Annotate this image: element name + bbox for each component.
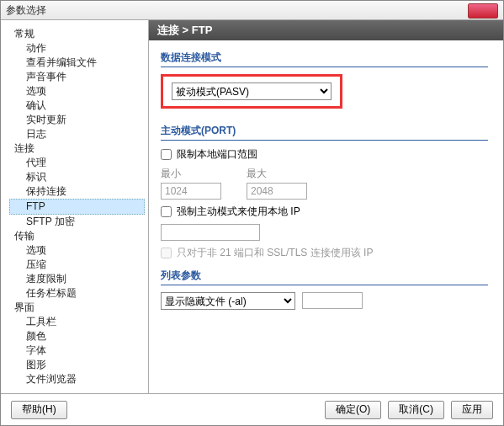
force-ip-checkbox[interactable] bbox=[161, 206, 172, 217]
section-list-params-title: 列表参数 bbox=[161, 269, 488, 285]
sidebar-item-9[interactable]: 代理 bbox=[9, 156, 145, 170]
limit-port-checkbox[interactable] bbox=[161, 149, 172, 160]
sidebar-item-24[interactable]: 文件浏览器 bbox=[9, 372, 145, 386]
sidebar-item-22[interactable]: 字体 bbox=[9, 343, 145, 358]
local-ip-input[interactable] bbox=[161, 224, 260, 241]
sidebar-item-7[interactable]: 日志 bbox=[9, 127, 145, 141]
data-mode-select[interactable]: 被动模式(PASV) bbox=[172, 83, 332, 100]
sidebar-item-1[interactable]: 动作 bbox=[9, 41, 145, 56]
sidebar-item-5[interactable]: 确认 bbox=[9, 99, 145, 113]
sidebar-item-3[interactable]: 声音事件 bbox=[9, 70, 145, 84]
ssl-only-label: 只对于非 21 端口和 SSL/TLS 连接使用该 IP bbox=[177, 246, 373, 260]
window-title: 参数选择 bbox=[6, 3, 46, 18]
force-ip-label: 强制主动模式来使用本地 IP bbox=[177, 205, 300, 219]
footer: 帮助(H) 确定(O) 取消(C) 应用 bbox=[1, 393, 503, 425]
sidebar-item-6[interactable]: 实时更新 bbox=[9, 113, 145, 127]
max-port-input[interactable] bbox=[247, 183, 307, 200]
min-port-input[interactable] bbox=[161, 183, 221, 200]
close-icon[interactable] bbox=[468, 3, 498, 19]
ssl-only-checkbox[interactable] bbox=[161, 248, 172, 258]
sidebar-item-2[interactable]: 查看并编辑文件 bbox=[9, 56, 145, 70]
highlight-box: 被动模式(PASV) bbox=[161, 74, 342, 109]
ok-button[interactable]: 确定(O) bbox=[325, 401, 381, 419]
min-label: 最小 bbox=[161, 167, 221, 181]
sidebar-item-13[interactable]: SFTP 加密 bbox=[9, 215, 145, 229]
sidebar-item-20[interactable]: 工具栏 bbox=[9, 315, 145, 329]
sidebar-item-4[interactable]: 选项 bbox=[9, 84, 145, 99]
sidebar-item-11[interactable]: 保持连接 bbox=[9, 184, 145, 199]
sidebar-item-18[interactable]: 任务栏标题 bbox=[9, 286, 145, 301]
titlebar: 参数选择 bbox=[1, 1, 503, 20]
sidebar-item-8[interactable]: 连接 bbox=[9, 141, 145, 156]
sidebar-item-19[interactable]: 界面 bbox=[9, 301, 145, 315]
breadcrumb: 连接 > FTP bbox=[149, 20, 503, 40]
sidebar-item-23[interactable]: 图形 bbox=[9, 358, 145, 372]
help-button[interactable]: 帮助(H) bbox=[11, 401, 67, 419]
sidebar-item-15[interactable]: 选项 bbox=[9, 243, 145, 258]
list-params-select[interactable]: 显示隐藏文件 (-al) bbox=[161, 292, 295, 310]
sidebar-item-14[interactable]: 传输 bbox=[9, 229, 145, 243]
sidebar-item-16[interactable]: 压缩 bbox=[9, 258, 145, 272]
apply-button[interactable]: 应用 bbox=[451, 401, 493, 419]
list-params-input[interactable] bbox=[302, 292, 363, 309]
limit-port-label: 限制本地端口范围 bbox=[177, 147, 257, 162]
sidebar: 常规动作查看并编辑文件声音事件选项确认实时更新日志连接代理标识保持连接FTPSF… bbox=[1, 20, 149, 393]
sidebar-item-21[interactable]: 颜色 bbox=[9, 329, 145, 343]
sidebar-item-12[interactable]: FTP bbox=[9, 199, 145, 215]
sidebar-item-17[interactable]: 速度限制 bbox=[9, 272, 145, 286]
section-data-mode-title: 数据连接模式 bbox=[161, 51, 488, 67]
section-active-mode-title: 主动模式(PORT) bbox=[161, 124, 488, 141]
sidebar-item-10[interactable]: 标识 bbox=[9, 170, 145, 184]
max-label: 最大 bbox=[247, 167, 307, 181]
sidebar-item-0[interactable]: 常规 bbox=[9, 27, 145, 41]
cancel-button[interactable]: 取消(C) bbox=[388, 401, 444, 419]
